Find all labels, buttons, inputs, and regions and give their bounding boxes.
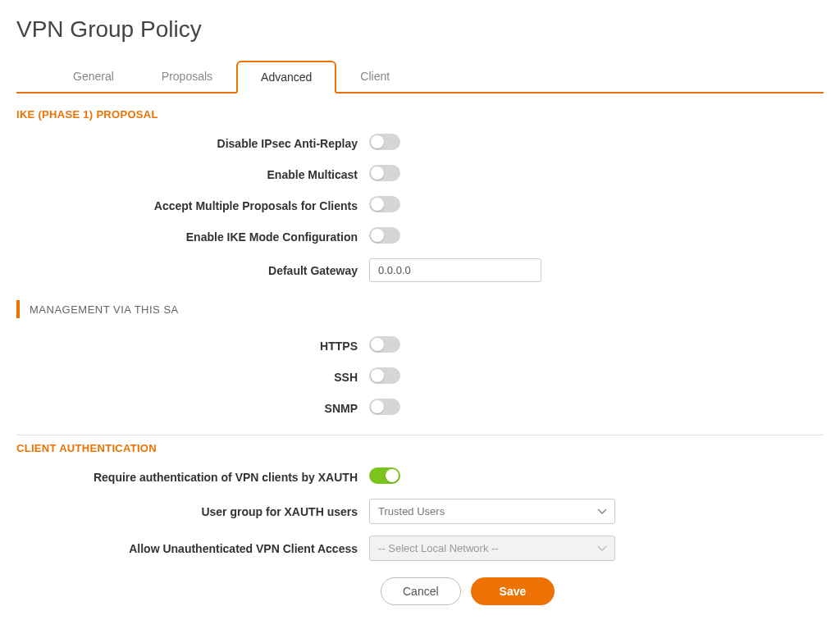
tab-general[interactable]: General xyxy=(49,61,138,93)
tab-client[interactable]: Client xyxy=(336,61,413,93)
user-group-xauth-select[interactable]: Trusted Users xyxy=(369,499,615,524)
accept-multiple-proposals-label: Accept Multiple Proposals for Clients xyxy=(16,199,369,212)
default-gateway-label: Default Gateway xyxy=(16,264,369,277)
page-title: VPN Group Policy xyxy=(16,16,824,43)
snmp-toggle[interactable] xyxy=(369,399,400,415)
management-subsection-title: MANAGEMENT VIA THIS SA xyxy=(30,303,179,316)
user-group-xauth-label: User group for XAUTH users xyxy=(16,505,369,518)
enable-ike-mode-label: Enable IKE Mode Configuration xyxy=(16,230,369,244)
tab-advanced[interactable]: Advanced xyxy=(236,61,336,93)
enable-multicast-toggle[interactable] xyxy=(369,165,400,181)
enable-ike-mode-toggle[interactable] xyxy=(369,227,400,244)
accept-multiple-proposals-toggle[interactable] xyxy=(369,196,400,212)
tab-bar: General Proposals Advanced Client xyxy=(16,59,824,93)
ike-section-heading: IKE (PHASE 1) PROPOSAL xyxy=(16,108,824,121)
ssh-toggle[interactable] xyxy=(369,367,400,384)
tab-proposals[interactable]: Proposals xyxy=(138,61,236,93)
section-divider xyxy=(16,435,824,435)
cancel-button[interactable]: Cancel xyxy=(381,577,461,605)
https-toggle[interactable] xyxy=(369,336,400,353)
require-xauth-label: Require authentication of VPN clients by… xyxy=(16,471,369,484)
management-subsection-heading: MANAGEMENT VIA THIS SA xyxy=(16,300,824,318)
disable-anti-replay-toggle[interactable] xyxy=(369,134,400,150)
save-button[interactable]: Save xyxy=(471,577,555,605)
default-gateway-input[interactable] xyxy=(369,258,541,282)
require-xauth-toggle[interactable] xyxy=(369,467,400,484)
subsection-bar-icon xyxy=(16,300,20,318)
https-label: HTTPS xyxy=(16,340,369,353)
snmp-label: SNMP xyxy=(16,402,369,415)
button-row: Cancel Save xyxy=(381,577,824,605)
allow-unauth-label: Allow Unauthenticated VPN Client Access xyxy=(16,542,369,555)
client-auth-section-heading: CLIENT AUTHENTICATION xyxy=(16,442,824,454)
ssh-label: SSH xyxy=(16,371,369,384)
allow-unauth-select: -- Select Local Network -- xyxy=(369,536,615,561)
disable-anti-replay-label: Disable IPsec Anti-Replay xyxy=(16,137,369,150)
enable-multicast-label: Enable Multicast xyxy=(16,168,369,181)
